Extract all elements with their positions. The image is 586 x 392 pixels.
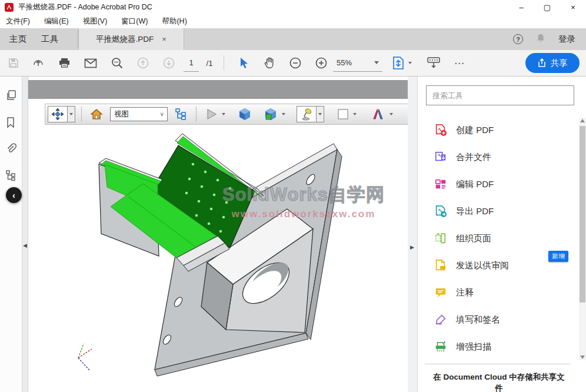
zoom-in-icon[interactable]: [313, 50, 329, 76]
close-tab-icon[interactable]: ×: [162, 35, 167, 44]
panel-scrollbar-thumb[interactable]: [580, 126, 585, 303]
sign-in-button[interactable]: 登录: [558, 34, 575, 45]
splitter-right-arrow-icon[interactable]: ▶: [410, 244, 414, 250]
view-select-chevron-icon: ˅: [160, 111, 164, 118]
comment-icon: [434, 286, 447, 299]
enhance-scans-icon: [434, 340, 447, 353]
default-view-home-icon[interactable]: [88, 106, 105, 122]
tool-item-create-pdf[interactable]: 创建 PDF: [418, 117, 578, 144]
rotate-tool-chevron-icon[interactable]: [68, 106, 75, 122]
fit-page-icon[interactable]: [391, 50, 406, 76]
model-3d-view[interactable]: [59, 125, 365, 390]
show-hide-parts-icon[interactable]: [261, 106, 280, 122]
lighting-lamp-icon[interactable]: [297, 106, 317, 122]
next-page-icon[interactable]: [160, 50, 178, 76]
tool-item-fill-sign[interactable]: 填写和签名: [418, 306, 578, 333]
zoom-level-dropdown[interactable]: 55%: [333, 54, 382, 72]
cross-section-icon[interactable]: [368, 106, 388, 122]
cross-section-chevron-icon[interactable]: [388, 106, 395, 122]
background-color-chevron-icon[interactable]: [351, 106, 358, 122]
panel-scroll-down-icon[interactable]: [580, 356, 585, 359]
minimize-button[interactable]: –: [508, 0, 534, 14]
play-animation-icon[interactable]: [202, 106, 220, 122]
tool-item-comment[interactable]: 注释: [418, 279, 578, 306]
tools-panel-scrollbar[interactable]: [579, 118, 586, 360]
tool-item-combine-files[interactable]: 合并文件: [418, 144, 578, 171]
tool-label: 创建 PDF: [456, 125, 494, 136]
cloud-upload-icon[interactable]: [29, 50, 47, 76]
view-select-value: 视图: [114, 109, 129, 119]
toggle-model-tree-icon[interactable]: [172, 106, 190, 122]
rotate-tool-icon[interactable]: [48, 106, 68, 122]
attachments-icon[interactable]: [5, 143, 17, 155]
tab-document[interactable]: 平推燃烧器.PDF ×: [78, 28, 184, 50]
save-icon[interactable]: [5, 50, 22, 76]
tool-label: 增强扫描: [456, 341, 491, 353]
show-hide-parts-chevron-icon[interactable]: [280, 106, 287, 122]
document-cloud-footer: 在 Document Cloud 中存储和共享文件: [433, 372, 565, 392]
page-number-input[interactable]: 1: [184, 54, 199, 72]
menu-window[interactable]: 窗口(W): [121, 16, 148, 26]
view-select-dropdown[interactable]: 视图 ˅: [110, 107, 168, 121]
tab-tools[interactable]: 工具: [39, 28, 61, 50]
tools-panel: 创建 PDF 合并文件 编辑 PDF 导出 PDF 组织页面: [418, 77, 586, 392]
organize-pages-icon: [434, 232, 447, 245]
email-icon[interactable]: [82, 50, 99, 76]
page-scrolling-icon[interactable]: [425, 50, 442, 76]
menu-edit[interactable]: 编辑(E): [44, 16, 69, 26]
share-button-label: 共享: [551, 58, 568, 69]
tool-item-enhance-scans[interactable]: 增强扫描: [418, 333, 578, 360]
help-icon[interactable]: ?: [513, 34, 523, 44]
model-tree-icon[interactable]: [5, 170, 17, 181]
zoom-level-value: 55%: [337, 58, 352, 67]
previous-page-icon[interactable]: [134, 50, 152, 76]
document-pane: 视图 ˅: [28, 77, 425, 392]
panel-divider: [425, 364, 571, 364]
send-for-review-icon: [434, 259, 447, 272]
more-tools-icon[interactable]: ⋯: [451, 50, 468, 76]
lighting-chevron-icon[interactable]: [317, 106, 324, 122]
tool-item-export-pdf[interactable]: 导出 PDF: [418, 198, 578, 225]
tool-item-edit-pdf[interactable]: 编辑 PDF: [418, 171, 578, 198]
tool-item-organize-pages[interactable]: 组织页面: [418, 225, 578, 252]
tab-bar: 主页 工具 平推燃烧器.PDF × ? 登录: [0, 28, 586, 50]
page-total-label: /1: [204, 50, 215, 76]
render-mode-cube-icon[interactable]: [235, 106, 254, 122]
tool-label: 合并文件: [456, 152, 491, 163]
collapse-panel-button[interactable]: ‹: [6, 187, 22, 203]
background-color-swatch[interactable]: [335, 106, 351, 122]
tool-label: 注释: [456, 287, 474, 298]
zoom-out-icon[interactable]: [287, 50, 304, 76]
hand-tool-icon[interactable]: [261, 50, 278, 76]
title-bar: 平推燃烧器.PDF - Adobe Acrobat Pro DC – ▢ ×: [0, 0, 586, 14]
play-animation-chevron-icon[interactable]: [220, 106, 227, 122]
maximize-button[interactable]: ▢: [534, 0, 560, 14]
splitter-left-arrow-icon[interactable]: ◀: [23, 242, 27, 248]
tool-label: 导出 PDF: [456, 206, 494, 217]
combine-files-icon: [434, 151, 447, 164]
print-icon[interactable]: [55, 50, 73, 76]
select-tool-icon[interactable]: [237, 50, 252, 76]
acrobat-app-icon: [5, 3, 14, 12]
tab-home[interactable]: 主页: [7, 28, 29, 50]
main-toolbar: 1 /1 55% ⋯: [0, 50, 586, 77]
share-button[interactable]: 共享: [525, 53, 580, 73]
menu-file[interactable]: 文件(F): [6, 16, 30, 26]
tool-label: 填写和签名: [456, 314, 500, 325]
right-splitter[interactable]: ▶: [408, 77, 418, 392]
edit-pdf-icon: [434, 178, 447, 191]
menu-help[interactable]: 帮助(H): [162, 16, 187, 26]
search-tools-input[interactable]: [426, 85, 574, 105]
document-tab-label: 平推燃烧器.PDF: [96, 34, 154, 45]
fit-page-chevron-icon[interactable]: [406, 50, 414, 76]
notification-bell-icon[interactable]: [536, 33, 545, 45]
menu-view[interactable]: 视图(V): [83, 16, 108, 26]
search-icon[interactable]: [108, 50, 126, 76]
bookmarks-icon[interactable]: [5, 117, 17, 128]
page-thumbnails-icon[interactable]: [5, 89, 17, 101]
close-button[interactable]: ×: [560, 0, 586, 14]
left-splitter[interactable]: ◀: [22, 77, 28, 392]
panel-scroll-up-icon[interactable]: [580, 119, 585, 122]
share-icon: [538, 58, 546, 68]
window-title: 平推燃烧器.PDF - Adobe Acrobat Pro DC: [18, 2, 152, 12]
